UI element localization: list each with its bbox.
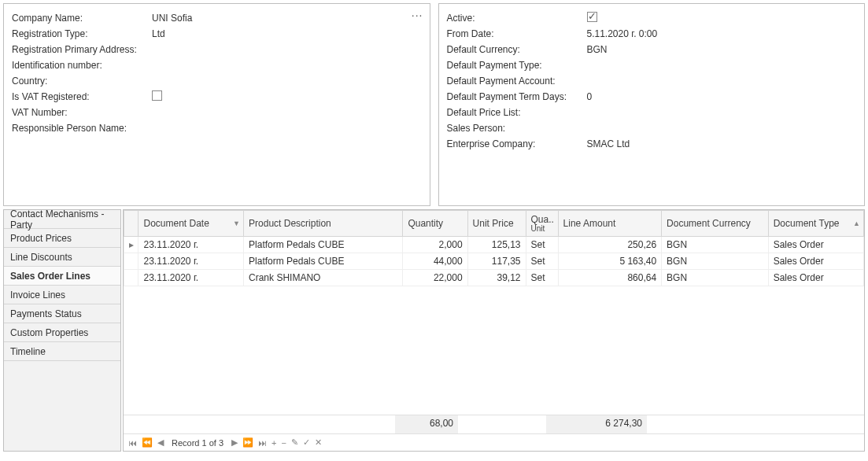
nav-last-icon[interactable]: ⏭ [258,438,267,448]
cell-quantity-unit[interactable]: Set [526,237,558,253]
sidebar-item-line-discounts[interactable]: Line Discounts [4,248,120,267]
default-payment-term-days-label: Default Payment Term Days: [447,91,587,102]
cell-document-type[interactable]: Sales Order [768,270,863,286]
nav-next-page-icon[interactable]: ⏩ [242,437,253,448]
sidebar-item-timeline[interactable]: Timeline [4,342,120,361]
options-icon[interactable]: ··· [412,9,423,21]
cell-quantity-unit[interactable]: Set [526,253,558,270]
col-document-date[interactable]: Document Date ▼ [139,211,244,237]
cell-unit-price[interactable]: 117,35 [467,253,526,270]
record-navigator: ⏮ ⏪ ◀ Record 1 of 3 ▶ ⏩ ⏭ + − ✎ ✓ ✕ [124,433,864,451]
table-row[interactable]: 23.11.2020 г.Crank SHIMANO22,00039,12Set… [124,270,864,286]
cell-product-description[interactable]: Crank SHIMANO [244,270,403,286]
vat-number-label: VAT Number: [12,107,152,118]
row-indicator: ▸ [124,237,139,253]
grid-header-row: Document Date ▼ Product Description Quan… [124,211,864,237]
sidebar-item-invoice-lines[interactable]: Invoice Lines [4,286,120,304]
cell-document-date[interactable]: 23.11.2020 г. [139,270,244,286]
nav-delete-icon[interactable]: − [281,438,286,448]
from-date-value[interactable]: 5.11.2020 г. 0:00 [587,28,857,39]
sidebar-item-payments-status[interactable]: Payments Status [4,304,120,323]
col-quantity-unit[interactable]: Qua.. Unit [526,211,558,237]
nav-edit-icon[interactable]: ✎ [291,437,298,448]
customer-panel: Active: From Date: 5.11.2020 г. 0:00 Def… [438,3,866,206]
sort-desc-icon: ▼ [233,219,240,227]
cell-line-amount[interactable]: 5 163,40 [558,253,661,270]
default-currency-value[interactable]: BGN [587,44,857,55]
row-indicator [124,270,139,286]
nav-prev-page-icon[interactable]: ⏪ [142,437,153,448]
is-vat-registered-checkbox[interactable] [152,90,162,101]
company-panel: ··· Company Name: UNI Sofia Registration… [3,3,430,206]
active-label: Active: [447,13,587,24]
row-indicator-header [124,211,139,237]
cell-product-description[interactable]: Platform Pedals CUBE [244,253,403,270]
company-name-value[interactable]: UNI Sofia [152,13,422,24]
sidebar-item-custom-properties[interactable]: Custom Properties [4,323,120,342]
col-line-amount[interactable]: Line Amount [558,211,661,237]
row-indicator [124,253,139,270]
registration-primary-address-label: Registration Primary Address: [12,44,152,55]
default-payment-term-days-value[interactable]: 0 [587,91,857,102]
table-row[interactable]: ▸23.11.2020 г.Platform Pedals CUBE2,0001… [124,237,864,253]
responsible-person-label: Responsible Person Name: [12,123,152,134]
enterprise-company-value[interactable]: SMAC Ltd [587,138,857,149]
sidebar-item-sales-order-lines[interactable]: Sales Order Lines [4,267,120,286]
cell-line-amount[interactable]: 860,64 [558,270,661,286]
from-date-label: From Date: [447,28,587,39]
cell-quantity[interactable]: 2,000 [403,237,467,253]
sort-asc-icon: ▲ [853,219,860,227]
cell-quantity[interactable]: 44,000 [403,253,467,270]
nav-cancel-icon[interactable]: ✕ [315,437,322,448]
default-currency-label: Default Currency: [447,44,587,55]
col-document-currency[interactable]: Document Currency [662,211,769,237]
cell-product-description[interactable]: Platform Pedals CUBE [244,237,403,253]
col-unit-price[interactable]: Unit Price [467,211,526,237]
sales-person-label: Sales Person: [447,123,587,134]
cell-document-date[interactable]: 23.11.2020 г. [139,237,244,253]
registration-type-value[interactable]: Ltd [152,28,422,39]
default-payment-type-label: Default Payment Type: [447,60,587,71]
cell-line-amount[interactable]: 250,26 [558,237,661,253]
active-checkbox[interactable] [587,12,597,22]
cell-document-currency[interactable]: BGN [662,237,769,253]
identification-number-label: Identification number: [12,60,152,71]
nav-add-icon[interactable]: + [271,438,276,448]
table-row[interactable]: 23.11.2020 г.Platform Pedals CUBE44,0001… [124,253,864,270]
nav-prev-icon[interactable]: ◀ [157,437,164,448]
cell-document-date[interactable]: 23.11.2020 г. [139,253,244,270]
sidebar-item-product-prices[interactable]: Product Prices [4,229,120,248]
cell-unit-price[interactable]: 39,12 [467,270,526,286]
enterprise-company-label: Enterprise Company: [447,138,587,149]
record-position: Record 1 of 3 [172,438,223,448]
cell-quantity[interactable]: 22,000 [403,270,467,286]
country-label: Country: [12,76,152,87]
col-document-type[interactable]: Document Type ▲ [768,211,863,237]
registration-type-label: Registration Type: [12,28,152,39]
cell-unit-price[interactable]: 125,13 [467,237,526,253]
sales-order-lines-grid: Document Date ▼ Product Description Quan… [123,209,865,452]
sidebar-item-contact-mechanisms[interactable]: Contact Mechanisms - Party [4,210,120,229]
detail-tabs: Contact Mechanisms - Party Product Price… [3,209,121,452]
cell-document-currency[interactable]: BGN [662,270,769,286]
col-product-description[interactable]: Product Description [244,211,403,237]
sum-quantity: 68,00 [395,415,458,433]
default-price-list-label: Default Price List: [447,107,587,118]
sum-line-amount: 6 274,30 [546,415,647,433]
is-vat-registered-label: Is VAT Registered: [12,91,152,102]
company-name-label: Company Name: [12,13,152,24]
cell-document-currency[interactable]: BGN [662,253,769,270]
cell-document-type[interactable]: Sales Order [768,237,863,253]
cell-document-type[interactable]: Sales Order [768,253,863,270]
nav-accept-icon[interactable]: ✓ [303,437,310,448]
nav-next-icon[interactable]: ▶ [231,437,238,448]
default-payment-account-label: Default Payment Account: [447,76,587,87]
cell-quantity-unit[interactable]: Set [526,270,558,286]
grid-summary-row: 68,00 6 274,30 [124,415,864,433]
nav-first-icon[interactable]: ⏮ [128,438,137,448]
col-quantity[interactable]: Quantity [403,211,467,237]
